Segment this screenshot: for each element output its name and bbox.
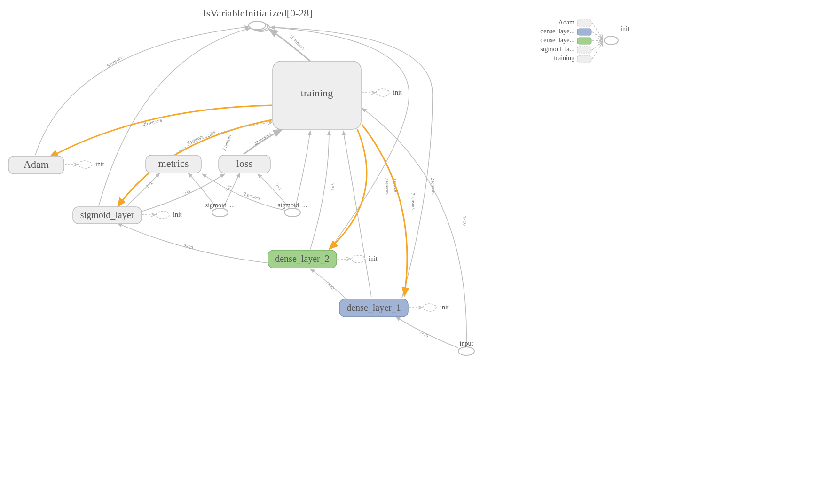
dense-layer-1-node[interactable]: dense_layer_1 [339, 299, 408, 317]
svg-text:sigmoid_la...: sigmoid_la... [540, 46, 574, 53]
svg-point-9 [79, 161, 92, 168]
svg-text:Adam: Adam [559, 19, 574, 26]
edge-label: ?×10 [418, 330, 429, 339]
sigmoid-init: init [156, 211, 182, 219]
edge-label: ?×1 [274, 182, 283, 191]
adam-node[interactable]: Adam [8, 156, 64, 174]
edge-sop2-training [295, 131, 310, 208]
training-node[interactable]: training [273, 61, 361, 129]
edge-label: ?×1 [183, 189, 191, 197]
edge-training-adam [49, 105, 272, 158]
edge-label: 2 tensors [430, 178, 436, 195]
svg-rect-34 [577, 20, 591, 26]
svg-point-2 [249, 21, 266, 30]
svg-text:sigmoid_...: sigmoid_... [205, 202, 235, 209]
diagram-title: IsVariableInitialized[0-28] [203, 7, 312, 19]
svg-text:loss: loss [236, 158, 252, 169]
svg-text:dense_laye...: dense_laye... [540, 37, 574, 44]
svg-text:training: training [301, 87, 333, 99]
svg-text:init: init [440, 304, 449, 311]
sigmoid-layer-node[interactable]: sigmoid_layer [73, 207, 142, 224]
edge-label: ?×1 [330, 183, 336, 191]
edge-adam-isvarinit [35, 27, 249, 155]
isvarinit-node[interactable] [249, 21, 269, 32]
edge-label: ?×20 [325, 281, 335, 291]
svg-rect-40 [577, 47, 591, 53]
edge-label: 2 tensors [243, 191, 261, 200]
svg-text:init: init [95, 161, 104, 168]
sigmoid-op1-node[interactable]: sigmoid_... [205, 202, 235, 217]
svg-text:dense_layer_1: dense_layer_1 [346, 302, 401, 313]
edge-dense2-sigmoid [118, 223, 270, 263]
svg-text:init: init [369, 255, 378, 262]
sigmoid-op2-node[interactable]: sigmoid_... [278, 202, 307, 217]
legend: Adam dense_laye... dense_laye... sigmoid… [540, 19, 629, 62]
svg-point-25 [352, 255, 365, 263]
adam-init: init [79, 161, 104, 168]
svg-text:metrics: metrics [158, 158, 189, 169]
svg-point-43 [604, 36, 618, 45]
svg-point-5 [376, 89, 389, 96]
svg-text:sigmoid_layer: sigmoid_layer [80, 210, 134, 220]
svg-text:Adam: Adam [24, 158, 49, 170]
svg-text:training: training [554, 55, 574, 62]
dense1-init: init [423, 304, 449, 311]
svg-point-29 [423, 304, 436, 311]
svg-point-19 [212, 208, 228, 217]
svg-point-17 [156, 211, 169, 219]
graph-canvas: IsVariableInitialized[0-28] 18 tensors 5… [0, 0, 834, 504]
edge-label: 18 tensors [289, 33, 306, 51]
edge-training-dense1 [362, 125, 407, 296]
svg-text:init: init [393, 89, 402, 96]
edge-label: 7 tensors [410, 193, 416, 210]
svg-text:dense_laye...: dense_laye... [540, 28, 574, 35]
svg-text:dense_layer_2: dense_layer_2 [275, 253, 330, 264]
edge-dense2-training [310, 131, 329, 249]
edge-label: 7 tensors [384, 178, 390, 195]
edge-label: ?×10 [462, 216, 468, 226]
svg-text:sigmoid_...: sigmoid_... [278, 202, 307, 209]
edge-label: 2 tensors [221, 134, 233, 151]
edge-loss-training [244, 129, 282, 154]
edge-label: ?×20 [183, 243, 194, 251]
svg-rect-38 [577, 38, 591, 44]
edge-dense1-training [343, 131, 371, 297]
training-init: init [376, 89, 402, 96]
svg-rect-36 [577, 29, 591, 35]
svg-text:init: init [621, 25, 629, 32]
metrics-node[interactable]: metrics [146, 155, 201, 173]
svg-point-21 [284, 208, 300, 217]
input-node[interactable]: input [458, 340, 474, 355]
svg-point-31 [458, 347, 474, 355]
svg-text:init: init [173, 211, 182, 218]
edge-label: 42 tensors [253, 131, 272, 146]
svg-text:input: input [460, 340, 473, 347]
svg-rect-42 [577, 55, 591, 62]
loss-node[interactable]: loss [219, 155, 270, 173]
edge-sigmoid-isvarinit [99, 28, 251, 206]
dense-layer-2-node[interactable]: dense_layer_2 [268, 250, 337, 268]
